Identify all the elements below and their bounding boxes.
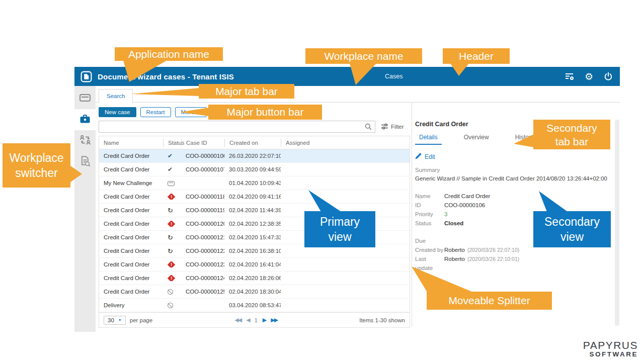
tab-overview[interactable]: Overview — [460, 134, 493, 145]
more-button[interactable]: More▼ — [175, 107, 207, 117]
field-value: Roberto(2020/03/26 22:07:10) — [444, 245, 519, 254]
status-tray-icon — [168, 181, 175, 186]
column-header-name[interactable]: Name — [99, 139, 163, 147]
callout-secondary-tab-bar: Secondary tab bar — [533, 120, 610, 149]
app-header-bar: Document wizard cases - Tenant ISIS Case… — [74, 67, 620, 86]
field-timestamp: (2020/03/26 22:07:10) — [467, 247, 519, 253]
table-row[interactable]: Credit Card OrderCOO-0000010626.03.2020 … — [99, 149, 410, 163]
org-workflow-icon — [79, 134, 91, 148]
callout-workplace-switcher: Workplace switcher — [3, 143, 70, 188]
search-icon[interactable] — [365, 123, 372, 130]
sidebar-item-cases[interactable] — [74, 109, 96, 130]
filter-label: Filter — [391, 124, 404, 130]
first-page-icon[interactable]: ◀◀ — [234, 317, 241, 323]
callout-major-tab-bar: Major tab bar — [199, 84, 294, 99]
detail-field-row: NameCredit Card Order — [415, 192, 611, 201]
status-progress-icon — [168, 234, 173, 241]
callout-secondary-view: Secondary view — [533, 211, 611, 247]
sidebar-item-inbox[interactable] — [74, 88, 96, 109]
column-header-status[interactable]: Status — [163, 139, 181, 147]
restart-button[interactable]: Restart — [140, 107, 171, 117]
search-input[interactable] — [99, 121, 365, 132]
status-error-icon — [168, 221, 176, 227]
workplace-name-label: Cases — [385, 73, 403, 80]
filter-button[interactable]: Filter — [381, 123, 404, 131]
column-header-created-on[interactable]: Created on — [224, 139, 281, 147]
table-footer: 30 ▼ per page ◀◀ ◀ 1 ▶ ▶▶ — [99, 312, 410, 327]
table-row[interactable]: Credit Card OrderCOO-0000012402.04.2020 … — [99, 272, 410, 285]
callout-application-name: Application name — [115, 47, 223, 61]
header-icon-group: ⚙ — [565, 72, 613, 81]
pencil-icon — [415, 153, 422, 161]
status-error-icon — [168, 275, 176, 281]
view-options-icon[interactable] — [565, 72, 574, 80]
table-row[interactable]: Delivery03.04.2020 08:53:47 — [99, 299, 410, 312]
status-error-icon — [168, 194, 176, 200]
status-progress-icon — [168, 207, 173, 214]
detail-field-row: Last updateRoberto(2020/03/26 22:10:01) — [415, 254, 611, 273]
edit-label: Edit — [425, 153, 435, 160]
tab-search[interactable]: Search — [99, 89, 133, 103]
status-blocked-icon — [168, 303, 173, 308]
search-field-wrap — [99, 121, 375, 133]
status-progress-icon — [168, 247, 173, 255]
settings-gear-icon[interactable]: ⚙ — [585, 72, 593, 81]
next-page-icon[interactable]: ▶ — [263, 317, 266, 323]
edit-button[interactable]: Edit — [415, 153, 611, 161]
power-icon[interactable] — [604, 72, 613, 81]
last-page-icon[interactable]: ▶▶ — [271, 317, 277, 323]
chevron-down-icon: ▼ — [197, 111, 201, 114]
status-check-gray-icon — [168, 166, 173, 173]
filter-sliders-icon — [381, 123, 388, 131]
column-header-assigned[interactable]: Assigned — [281, 139, 410, 147]
previous-page-icon[interactable]: ◀ — [246, 317, 249, 323]
items-shown-label: Items 1-30 shown — [359, 317, 405, 323]
sidebar-item-document-search[interactable] — [74, 151, 96, 172]
secondary-scrollbar[interactable] — [615, 120, 619, 326]
callout-header: Header — [443, 48, 510, 64]
per-page-label: per page — [130, 317, 152, 323]
field-label: Last update — [415, 254, 444, 273]
summary-label: Summary — [415, 167, 611, 173]
table-row[interactable]: Credit Card OrderCOO-0000011802.04.2020 … — [99, 190, 410, 204]
table-row[interactable]: My New Challenge01.04.2020 10:09:43 — [99, 176, 410, 190]
field-value: Closed — [444, 219, 463, 228]
app-document-icon — [80, 70, 93, 83]
briefcase-icon — [79, 113, 91, 126]
screenshot-stage: Document wizard cases - Tenant ISIS Case… — [0, 0, 644, 362]
field-value: COO-00000106 — [444, 201, 485, 210]
page-size-select[interactable]: 30 ▼ — [104, 316, 126, 325]
table-row[interactable]: Credit Card OrderCOO-0000010730.03.2020 … — [99, 163, 410, 176]
detail-field-row: IDCOO-00000106 — [415, 201, 611, 210]
moveable-splitter[interactable] — [412, 103, 412, 327]
field-label: ID — [415, 201, 444, 210]
chevron-down-icon: ▼ — [118, 318, 122, 322]
workplace-switcher-sidebar — [74, 86, 96, 332]
column-header-case-id[interactable]: Case ID — [181, 139, 224, 147]
tab-details[interactable]: Details — [415, 134, 442, 145]
status-check-blue-icon — [168, 152, 173, 159]
callout-major-button-bar: Major button bar — [208, 105, 322, 120]
application-title: Document wizard cases - Tenant ISIS — [98, 72, 234, 81]
inbox-tray-icon — [79, 93, 91, 105]
summary-text: Generic Wizard // Sample in Credit Card … — [415, 175, 611, 182]
table-row[interactable]: Credit Card OrderCOO-0000012302.04.2020 … — [99, 258, 410, 272]
field-label: Name — [415, 192, 444, 201]
field-label: Due — [415, 236, 444, 245]
callout-moveable-splitter: Moveable Splitter — [427, 292, 552, 310]
major-tab-bar: Search — [96, 86, 620, 103]
field-label: Created by — [415, 245, 444, 254]
callout-workplace-name: Workplace name — [305, 48, 422, 64]
field-value: Roberto(2020/03/26 22:10:01) — [444, 254, 519, 273]
status-blocked-icon — [168, 289, 173, 295]
field-label: Status — [415, 219, 444, 228]
status-error-icon — [168, 261, 176, 267]
papyrus-software-logo: PAPYRUS SOFTWARE — [583, 340, 638, 358]
logo-line-1: PAPYRUS — [583, 340, 638, 351]
sidebar-item-workflow[interactable] — [74, 130, 96, 151]
callout-primary-view: Primary view — [304, 211, 375, 247]
current-page-number: 1 — [255, 317, 258, 323]
new-case-button[interactable]: New case — [99, 107, 136, 117]
table-row[interactable]: Credit Card OrderCOO-0000012502.04.2020 … — [99, 285, 410, 299]
table-header-row: Name Status Case ID Created on Assigned — [99, 136, 410, 149]
